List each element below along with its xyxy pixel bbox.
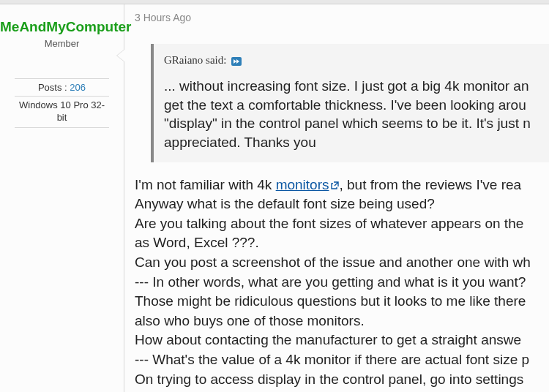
post-line-7: Those might be ridiculous questions but … bbox=[135, 293, 526, 309]
posts-count-row: Posts : 206 bbox=[15, 78, 109, 97]
monitors-link[interactable]: monitors bbox=[276, 177, 340, 192]
username-link[interactable]: MeAndMyComputer bbox=[0, 19, 124, 35]
post-line-1-prefix: I'm not familiar with 4k bbox=[135, 177, 276, 192]
post-line-2: Anyway what is the default font size bei… bbox=[135, 196, 435, 211]
user-role: Member bbox=[0, 38, 124, 49]
post-body: I'm not familiar with 4k monitors, but f… bbox=[135, 176, 549, 390]
external-link-icon bbox=[331, 181, 340, 189]
quote-block: GRaiano said: ... without increasing fon… bbox=[151, 44, 549, 162]
posts-label: Posts : bbox=[38, 82, 67, 93]
post-container: MeAndMyComputer Member Posts : 206 Windo… bbox=[0, 4, 549, 392]
quote-author-said: GRaiano said: bbox=[164, 54, 226, 66]
post-line-9: How about contacting the manufacturer to… bbox=[135, 332, 521, 347]
posts-count-link[interactable]: 206 bbox=[70, 82, 86, 93]
quote-jump-icon[interactable] bbox=[231, 57, 242, 66]
post-main: 3 Hours Ago GRaiano said: ... without in… bbox=[124, 4, 549, 392]
quote-attribution: GRaiano said: bbox=[164, 54, 543, 67]
user-stats: Posts : 206 Windows 10 Pro 32-bit bbox=[0, 78, 124, 128]
post-line-3: Are you talking about the font sizes of … bbox=[135, 216, 523, 231]
post-line-4: as Word, Excel ???. bbox=[135, 235, 259, 250]
post-line-5: Can you post a screenshot of the issue a… bbox=[135, 255, 531, 270]
post-line-11: On trying to access display in the contr… bbox=[135, 372, 523, 387]
speech-bubble-tail bbox=[117, 50, 124, 61]
os-info: Windows 10 Pro 32-bit bbox=[15, 97, 109, 128]
post-timestamp[interactable]: 3 Hours Ago bbox=[135, 12, 549, 23]
quote-body: ... without increasing font size. I just… bbox=[164, 77, 543, 152]
user-sidebar: MeAndMyComputer Member Posts : 206 Windo… bbox=[0, 4, 124, 392]
post-line-8: also who buys one of those monitors. bbox=[135, 313, 365, 328]
post-line-6: --- In other words, what are you getting… bbox=[135, 274, 526, 290]
post-line-10: --- What's the value of a 4k monitor if … bbox=[135, 352, 529, 367]
post-line-1-suffix: , but from the reviews I've rea bbox=[340, 177, 522, 192]
